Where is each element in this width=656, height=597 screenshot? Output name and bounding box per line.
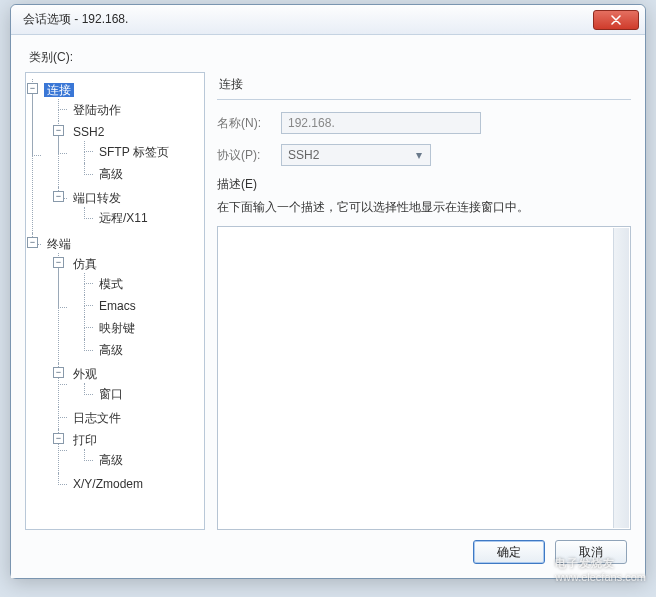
expander-icon[interactable]: − (53, 367, 64, 378)
name-input[interactable] (281, 112, 481, 134)
description-hint: 在下面输入一个描述，它可以选择性地显示在连接窗口中。 (217, 199, 631, 216)
name-label: 名称(N): (217, 115, 281, 132)
tree-node-emacs[interactable]: Emacs (96, 299, 139, 313)
tree-node-remote-x11[interactable]: 远程/X11 (96, 211, 151, 225)
tree-node-ssh2[interactable]: SSH2 (70, 125, 107, 139)
tree-node-xyzmodem[interactable]: X/Y/Zmodem (70, 477, 146, 491)
tree-node-print-advanced[interactable]: 高级 (96, 453, 126, 467)
tree-node-mapkeys[interactable]: 映射键 (96, 321, 138, 335)
tree-node-emu-advanced[interactable]: 高级 (96, 343, 126, 357)
close-button[interactable] (593, 10, 639, 30)
dialog-buttons: 确定 取消 (25, 530, 631, 568)
tree-node-appearance[interactable]: 外观 (70, 367, 100, 381)
main-row: − 连接 登陆动作 − SSH2 SFTP 标签页 高级 (25, 72, 631, 530)
tree-node-ssh2-advanced[interactable]: 高级 (96, 167, 126, 181)
expander-icon[interactable]: − (27, 237, 38, 248)
description-label: 描述(E) (217, 176, 631, 193)
tree-node-terminal[interactable]: 终端 (44, 237, 74, 251)
vertical-scrollbar[interactable] (613, 228, 629, 528)
expander-icon[interactable]: − (53, 257, 64, 268)
description-wrap (217, 226, 631, 530)
tree-node-sftp-tab[interactable]: SFTP 标签页 (96, 145, 172, 159)
dialog-window: 会话选项 - 192.168. 类别(C): − 连接 登陆动作 − SSH2 (10, 4, 646, 579)
panel-title: 连接 (217, 72, 631, 100)
tree-node-window[interactable]: 窗口 (96, 387, 126, 401)
description-textarea[interactable] (217, 226, 631, 530)
tree-node-modes[interactable]: 模式 (96, 277, 126, 291)
protocol-value: SSH2 (288, 148, 412, 162)
dialog-body: 类别(C): − 连接 登陆动作 − SSH2 SFTP 标签页 (11, 35, 645, 578)
tree-node-print[interactable]: 打印 (70, 433, 100, 447)
expander-icon[interactable]: − (53, 125, 64, 136)
category-label: 类别(C): (29, 49, 631, 66)
row-name: 名称(N): (217, 112, 631, 134)
settings-panel: 连接 名称(N): 协议(P): SSH2 ▾ 描述(E) 在下面输入一个描述，… (217, 72, 631, 530)
window-title: 会话选项 - 192.168. (23, 11, 593, 28)
tree-node-connection[interactable]: 连接 (44, 83, 74, 97)
ok-button[interactable]: 确定 (473, 540, 545, 564)
expander-icon[interactable]: − (53, 191, 64, 202)
expander-icon[interactable]: − (27, 83, 38, 94)
category-tree[interactable]: − 连接 登陆动作 − SSH2 SFTP 标签页 高级 (25, 72, 205, 530)
tree-node-port-forward[interactable]: 端口转发 (70, 191, 124, 205)
tree-node-emulation[interactable]: 仿真 (70, 257, 100, 271)
row-protocol: 协议(P): SSH2 ▾ (217, 144, 631, 166)
tree-node-logfile[interactable]: 日志文件 (70, 411, 124, 425)
close-icon (611, 15, 621, 25)
titlebar: 会话选项 - 192.168. (11, 5, 645, 35)
tree-node-login-actions[interactable]: 登陆动作 (70, 103, 124, 117)
protocol-label: 协议(P): (217, 147, 281, 164)
protocol-combobox[interactable]: SSH2 ▾ (281, 144, 431, 166)
expander-icon[interactable]: − (53, 433, 64, 444)
cancel-button[interactable]: 取消 (555, 540, 627, 564)
chevron-down-icon: ▾ (412, 148, 426, 162)
